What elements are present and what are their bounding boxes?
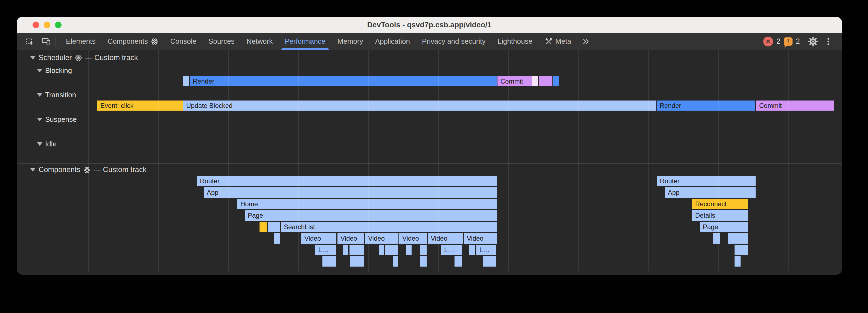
collapse-triangle-icon <box>30 168 36 172</box>
flame-bar-app[interactable]: App <box>204 187 497 198</box>
traffic-lights <box>33 17 62 33</box>
flame-bar-reconnect[interactable]: Reconnect <box>692 199 748 209</box>
flame-bar[interactable] <box>532 76 538 86</box>
flame-bar[interactable] <box>741 245 748 255</box>
lane-blocking[interactable]: Blocking <box>37 66 72 75</box>
tab-privacy-and-security[interactable]: Privacy and security <box>416 33 492 50</box>
flame-bar-app[interactable]: App <box>665 187 755 198</box>
collapse-triangle-icon <box>30 56 36 60</box>
tab-console[interactable]: Console <box>164 33 203 50</box>
flame-bar[interactable] <box>553 76 559 86</box>
flame-bar[interactable] <box>393 256 398 267</box>
inspect-element-button[interactable] <box>23 35 37 48</box>
flame-bar-video[interactable]: Video <box>464 233 497 244</box>
flame-bar[interactable] <box>420 256 427 267</box>
toolbar-separator <box>56 37 56 46</box>
flame-bar[interactable] <box>349 245 364 255</box>
flame-bar-l[interactable]: L… <box>441 245 462 255</box>
lane-transition[interactable]: Transition <box>37 91 76 99</box>
flame-bar[interactable] <box>406 245 411 255</box>
tab-network[interactable]: Network <box>241 33 279 50</box>
flame-bar-video[interactable]: Video <box>365 233 398 244</box>
flame-bar[interactable] <box>274 233 280 244</box>
kebab-menu-icon <box>824 37 833 46</box>
more-tabs-button[interactable] <box>577 37 594 46</box>
settings-button[interactable] <box>805 35 821 48</box>
components-track-header[interactable]: Components — Custom track <box>30 166 147 174</box>
status-badges: × 2 ! 2 <box>763 37 800 46</box>
device-toolbar-button[interactable] <box>39 35 53 48</box>
flame-bar-video[interactable]: Video <box>301 233 336 244</box>
flame-bar-video[interactable]: Video <box>338 233 364 244</box>
window-title: DevTools - qsvd7p.csb.app/video/1 <box>367 21 492 29</box>
flame-bar[interactable] <box>728 233 741 244</box>
tab-memory[interactable]: Memory <box>332 33 369 50</box>
flame-bar[interactable] <box>713 233 720 244</box>
flame-bar-update-blocked[interactable]: Update Blocked <box>183 101 656 111</box>
flame-bar-l[interactable]: L… <box>476 245 496 255</box>
flame-bar[interactable] <box>350 256 364 267</box>
issues-badge-icon[interactable]: ! <box>784 37 793 46</box>
tab-sources[interactable]: Sources <box>203 33 240 50</box>
inspect-cursor-icon <box>25 37 34 46</box>
flame-bar[interactable] <box>469 245 475 255</box>
collapse-triangle-icon <box>37 93 42 97</box>
flame-bar-render[interactable]: Render <box>657 101 755 111</box>
toolbar-left-icons <box>17 35 60 48</box>
devtools-window: DevTools - qsvd7p.csb.app/video/1 Elemen… <box>17 17 842 275</box>
flame-bar[interactable] <box>268 222 280 232</box>
tab-performance[interactable]: Performance <box>279 33 332 50</box>
flame-bar[interactable] <box>741 233 748 244</box>
flame-bar[interactable] <box>539 76 552 86</box>
flame-bar[interactable] <box>420 245 427 255</box>
close-window-button[interactable] <box>33 22 39 28</box>
flame-bar-commit[interactable]: Commit <box>497 76 532 86</box>
more-options-button[interactable] <box>821 35 836 48</box>
flame-bar-home[interactable]: Home <box>237 199 497 209</box>
flame-bar-router[interactable]: Router <box>197 176 497 186</box>
double-chevron-right-icon <box>582 37 590 46</box>
flame-bar-commit[interactable]: Commit <box>756 101 834 111</box>
flame-bar-page[interactable]: Page <box>700 222 748 232</box>
tab-application[interactable]: Application <box>369 33 416 50</box>
lane-idle[interactable]: Idle <box>37 140 57 148</box>
device-toolbar-icon <box>41 37 51 46</box>
lane-suspense[interactable]: Suspense <box>37 115 77 124</box>
react-atom-icon <box>84 166 91 173</box>
flame-bar[interactable] <box>735 256 741 267</box>
flame-bar-l[interactable]: L… <box>315 245 336 255</box>
flame-bar-event-click[interactable]: Event: click <box>97 101 183 111</box>
minimize-window-button[interactable] <box>44 22 50 28</box>
gear-icon <box>808 36 818 47</box>
flame-bar-details[interactable]: Details <box>692 210 748 221</box>
flame-bar[interactable] <box>455 256 462 267</box>
error-badge-icon[interactable]: × <box>763 37 773 46</box>
collapse-triangle-icon <box>37 69 42 72</box>
panel-tabs: Elements Components Console Sources Netw… <box>60 33 577 50</box>
flame-bar-video[interactable]: Video <box>428 233 463 244</box>
flame-bar[interactable] <box>379 245 384 255</box>
tab-elements[interactable]: Elements <box>60 33 101 50</box>
tab-components[interactable]: Components <box>101 33 164 50</box>
flame-bar-router[interactable]: Router <box>657 176 755 186</box>
flame-bar-searchlist[interactable]: SearchList <box>281 222 497 232</box>
flame-bar[interactable] <box>322 256 336 267</box>
flame-bar-page[interactable]: Page <box>245 210 497 221</box>
tab-meta[interactable]: Meta <box>538 33 577 50</box>
devtools-toolbar: Elements Components Console Sources Netw… <box>17 33 842 50</box>
issue-count: 2 <box>796 37 800 46</box>
flame-bar[interactable] <box>259 222 267 232</box>
zoom-window-button[interactable] <box>55 22 62 28</box>
flame-bar[interactable] <box>385 245 398 255</box>
scheduler-track-header[interactable]: Scheduler — Custom track <box>30 54 138 62</box>
flame-bar[interactable] <box>343 245 348 255</box>
collapse-triangle-icon <box>37 142 42 146</box>
flame-bar[interactable] <box>735 245 741 255</box>
flame-bar[interactable] <box>183 76 189 86</box>
flame-bar-render[interactable]: Render <box>190 76 497 86</box>
tab-lighthouse[interactable]: Lighthouse <box>492 33 538 50</box>
flame-bar[interactable] <box>483 256 496 267</box>
performance-flamechart: Scheduler — Custom track Blocking Transi… <box>17 50 842 275</box>
flame-bars-layer: RenderCommitEvent: clickUpdate BlockedRe… <box>17 50 842 275</box>
flame-bar-video[interactable]: Video <box>399 233 427 244</box>
